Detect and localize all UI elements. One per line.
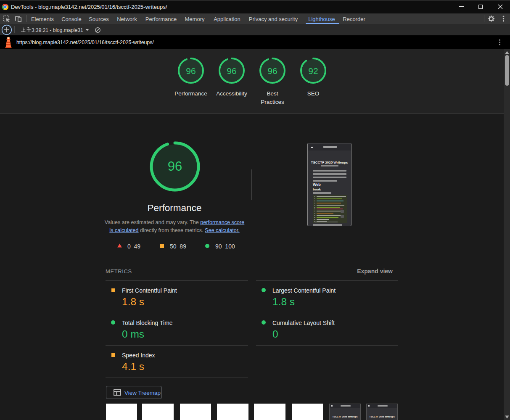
svg-text:96: 96 (168, 159, 182, 174)
svg-text:96: 96 (186, 66, 196, 76)
svg-text:96: 96 (227, 66, 236, 76)
svg-text:96: 96 (267, 66, 277, 76)
svg-text:92: 92 (308, 66, 318, 76)
